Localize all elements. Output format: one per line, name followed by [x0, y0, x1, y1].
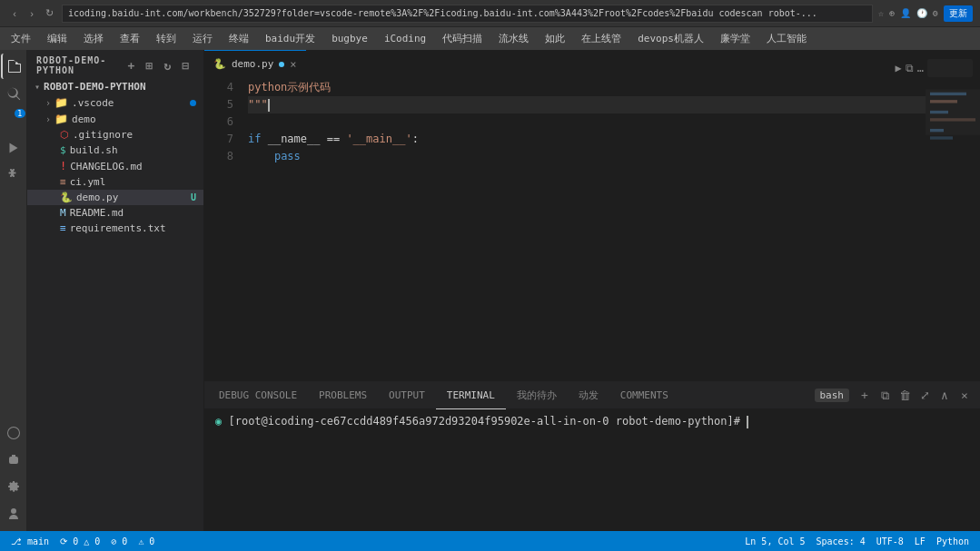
tree-item-buildsh[interactable]: $ build.sh [27, 143, 203, 158]
tree-item-requirements[interactable]: ≡ requirements.txt [27, 221, 203, 236]
menu-study[interactable]: 廉学堂 [713, 30, 757, 47]
menu-bugbye[interactable]: bugbye [324, 31, 375, 46]
minimap-thumb [927, 59, 973, 77]
panel: DEBUG CONSOLE PROBLEMS OUTPUT TERMINAL 我… [204, 381, 980, 531]
menu-baidu[interactable]: baidu开发 [258, 30, 322, 47]
kill-terminal-icon[interactable]: 🗑 [896, 388, 913, 404]
panel-tab-problems[interactable]: PROBLEMS [308, 382, 378, 409]
demo-chevron-icon: › [45, 114, 51, 124]
panel-content[interactable]: ◉ [root@icoding-ce67ccdd489f456a972d9320… [204, 409, 980, 531]
tree-item-ciyml[interactable]: ≡ ci.yml [27, 174, 203, 190]
more-actions-icon[interactable]: … [917, 62, 924, 74]
panel-tab-comments[interactable]: COMMENTS [609, 382, 679, 409]
menu-devops[interactable]: devops机器人 [630, 30, 711, 47]
tree-item-gitignore[interactable]: ⬡ .gitignore [27, 127, 203, 143]
activity-account[interactable] [1, 502, 26, 527]
activity-robot[interactable] [1, 448, 26, 473]
code-content[interactable]: python示例代码 """ if __name__ == [241, 77, 926, 381]
editor-tab-demopy[interactable]: 🐍 demo.py × [204, 50, 306, 77]
tree-item-vscode[interactable]: › 📁 .vscode [27, 94, 203, 111]
status-sync[interactable]: ⟳ 0 △ 0 [54, 536, 105, 546]
panel-tab-dongfa[interactable]: 动发 [568, 382, 609, 409]
text-cursor [268, 99, 270, 112]
status-encoding[interactable]: UTF-8 [871, 536, 909, 546]
tree-root-item[interactable]: ▾ ROBOT-DEMO-PYTHON [27, 79, 203, 94]
tree-item-demopy[interactable]: 🐍 demo.py U [27, 190, 203, 205]
status-branch[interactable]: ⎇ main [5, 536, 54, 546]
plugin-icon[interactable]: ⊕ [889, 8, 895, 18]
branch-label: ⎇ main [11, 536, 49, 546]
readme-file-icon: M [60, 207, 66, 219]
svg-rect-1 [12, 455, 15, 457]
refresh-explorer-icon[interactable]: ↻ [160, 57, 176, 74]
history-icon[interactable]: 🕐 [916, 8, 927, 18]
close-panel-icon[interactable]: × [956, 388, 973, 404]
menu-edit[interactable]: 编辑 [40, 30, 74, 47]
run-icon[interactable]: ▶ [896, 62, 902, 74]
status-position[interactable]: Ln 5, Col 5 [739, 536, 810, 546]
nav-buttons: ‹ › ↻ [7, 6, 56, 21]
menu-select[interactable]: 选择 [76, 30, 111, 47]
menu-pipeline[interactable]: 流水线 [491, 30, 536, 47]
panel-tab-debug[interactable]: DEBUG CONSOLE [208, 382, 308, 409]
svg-rect-10 [930, 136, 953, 139]
menu-online[interactable]: 在上线管 [574, 30, 629, 47]
panel-tab-terminal[interactable]: TERMINAL [436, 382, 506, 409]
status-warnings[interactable]: ⚠ 0 [133, 536, 160, 546]
ciyml-file-icon: ≡ [60, 176, 66, 188]
panel-tab-output[interactable]: OUTPUT [378, 382, 436, 409]
panel-chevron-up-icon[interactable]: ∧ [936, 388, 953, 404]
split-editor-icon[interactable]: ⧉ [906, 62, 914, 74]
debug-tab-label: DEBUG CONSOLE [219, 389, 297, 401]
status-spaces[interactable]: Spaces: 4 [811, 536, 871, 546]
demo-label: demo [72, 113, 96, 125]
panel-tab-actions: bash + ⧉ 🗑 ⤢ ∧ × [815, 388, 977, 404]
split-terminal-icon[interactable]: ⧉ [876, 388, 893, 404]
new-terminal-icon[interactable]: + [856, 388, 873, 404]
activity-remote[interactable] [1, 420, 26, 446]
tab-close-button[interactable]: × [290, 58, 296, 71]
back-button[interactable]: ‹ [7, 6, 22, 21]
new-file-icon[interactable]: + [124, 57, 140, 74]
activity-explorer[interactable] [1, 54, 26, 79]
bookmark-icon[interactable]: ☆ [878, 8, 884, 18]
settings2-icon[interactable]: ⚙ [933, 8, 938, 18]
maximize-panel-icon[interactable]: ⤢ [916, 388, 933, 404]
activity-search[interactable] [1, 81, 26, 106]
forward-button[interactable]: › [25, 6, 39, 21]
code-line-5: """ [248, 96, 926, 113]
status-errors[interactable]: ⊘ 0 [105, 536, 133, 546]
menu-rushi[interactable]: 如此 [538, 30, 572, 47]
menu-run[interactable]: 运行 [185, 30, 220, 47]
update-button[interactable]: 更新 [944, 5, 973, 22]
tree-item-demo[interactable]: › 📁 demo [27, 111, 203, 127]
line-number-6: 6 [204, 113, 233, 131]
menu-file[interactable]: 文件 [4, 30, 38, 47]
address-bar[interactable] [62, 5, 873, 23]
menu-ai[interactable]: 人工智能 [759, 30, 814, 47]
sync-label: ⟳ 0 △ 0 [60, 536, 100, 546]
new-folder-icon[interactable]: ⊞ [142, 57, 158, 74]
status-eol[interactable]: LF [909, 536, 931, 546]
activity-settings[interactable] [1, 475, 26, 500]
panel-tab-todo[interactable]: 我的待办 [506, 382, 568, 409]
activity-run[interactable] [1, 135, 26, 161]
menu-codescan[interactable]: 代码扫描 [435, 30, 490, 47]
activity-extensions[interactable] [1, 162, 26, 188]
menu-icoding[interactable]: iCoding [377, 31, 433, 46]
terminal-cursor-indicator: ◉ [215, 415, 222, 428]
activity-source-control[interactable]: 1 [1, 108, 26, 133]
code-editor[interactable]: 4 5 6 7 8 python示例代码 """ [204, 77, 980, 381]
status-language[interactable]: Python [931, 536, 975, 546]
refresh-button[interactable]: ↻ [42, 6, 56, 21]
tab-modified-indicator [279, 62, 284, 67]
warnings-label: ⚠ 0 [138, 536, 154, 546]
menu-goto[interactable]: 转到 [149, 30, 183, 47]
menu-terminal[interactable]: 终端 [222, 30, 256, 47]
tree-item-changelog[interactable]: ! CHANGELOG.md [27, 158, 203, 174]
user-icon[interactable]: 👤 [900, 8, 911, 18]
collapse-all-icon[interactable]: ⊟ [178, 57, 194, 74]
menu-view[interactable]: 查看 [113, 30, 147, 47]
tree-item-readme[interactable]: M README.md [27, 205, 203, 221]
spaces-label: Spaces: 4 [817, 536, 866, 546]
